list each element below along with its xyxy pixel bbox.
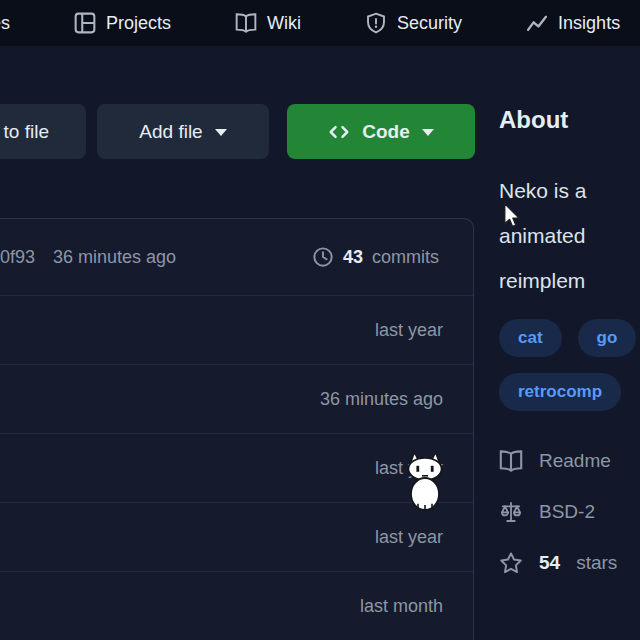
latest-commit-bar: 0f93 36 minutes ago 43 commits [0, 219, 473, 295]
nav-tab-insights[interactable]: Insights [526, 12, 620, 34]
neko-cat-sprite [402, 449, 448, 515]
wiki-icon [235, 12, 257, 34]
readme-label: Readme [539, 450, 611, 472]
add-file-label: Add file [139, 121, 202, 143]
code-button[interactable]: Code [287, 104, 475, 159]
row-updated-time: last year [375, 320, 443, 341]
row-updated-time: last month [360, 596, 443, 617]
table-row[interactable]: last month [0, 571, 473, 640]
nav-tab-wiki-label: Wiki [267, 13, 301, 34]
topic-tag-go[interactable]: go [578, 319, 637, 357]
about-description: Neko is a animated reimplem [499, 168, 640, 303]
topic-tag-cat[interactable]: cat [499, 319, 562, 357]
go-to-file-button[interactable]: Go to file [0, 104, 86, 159]
commit-hash[interactable]: 0f93 [0, 247, 35, 268]
about-description-line: reimplem [499, 258, 640, 303]
table-row[interactable]: last year [0, 295, 473, 364]
license-link[interactable]: BSD-2 [499, 500, 640, 524]
stars-label: stars [576, 552, 617, 574]
nav-tab-issues[interactable]: Issues [0, 12, 10, 34]
row-updated-time: 36 minutes ago [320, 389, 443, 410]
mouse-cursor [502, 202, 522, 234]
code-button-label: Code [362, 121, 410, 143]
about-sidebar: About Neko is a animated reimplem cat go… [499, 106, 640, 602]
topic-tags: cat go retrocomp [499, 319, 640, 411]
nav-tab-issues-label: Issues [0, 13, 10, 34]
github-repo-page: Issues Projects Wiki Security Insights [0, 0, 640, 640]
history-clock-icon [312, 246, 334, 268]
nav-tab-projects-label: Projects [106, 13, 171, 34]
code-icon [328, 121, 350, 143]
stars-count: 54 [539, 552, 560, 574]
commit-time: 36 minutes ago [53, 247, 176, 268]
license-label: BSD-2 [539, 501, 595, 523]
row-updated-time: last year [375, 527, 443, 548]
caret-down-icon [422, 129, 434, 136]
nav-tab-security[interactable]: Security [365, 12, 462, 34]
file-list-panel: 0f93 36 minutes ago 43 commits last year… [0, 218, 474, 640]
graph-icon [526, 12, 548, 34]
nav-tab-projects[interactable]: Projects [74, 12, 171, 34]
caret-down-icon [215, 129, 227, 136]
nav-tab-security-label: Security [397, 13, 462, 34]
about-title: About [499, 106, 640, 134]
readme-link[interactable]: Readme [499, 449, 640, 473]
book-icon [499, 449, 523, 473]
topic-tag-retrocomputing[interactable]: retrocomp [499, 373, 621, 411]
nav-tab-insights-label: Insights [558, 13, 620, 34]
nav-tab-wiki[interactable]: Wiki [235, 12, 301, 34]
star-icon [499, 551, 523, 575]
add-file-button[interactable]: Add file [97, 104, 269, 159]
shield-icon [365, 12, 387, 34]
repo-meta-list: Readme BSD-2 54 stars [499, 449, 640, 575]
table-row[interactable]: 36 minutes ago [0, 364, 473, 433]
commit-history-link[interactable]: 43 commits [312, 246, 439, 268]
stars-link[interactable]: 54 stars [499, 551, 640, 575]
go-to-file-label: Go to file [0, 121, 49, 143]
commits-label: commits [372, 247, 439, 268]
law-icon [499, 500, 523, 524]
commit-count: 43 [343, 247, 363, 268]
repo-nav: Issues Projects Wiki Security Insights [0, 0, 640, 46]
projects-icon [74, 12, 96, 34]
latest-commit-info[interactable]: 0f93 36 minutes ago [0, 247, 176, 268]
